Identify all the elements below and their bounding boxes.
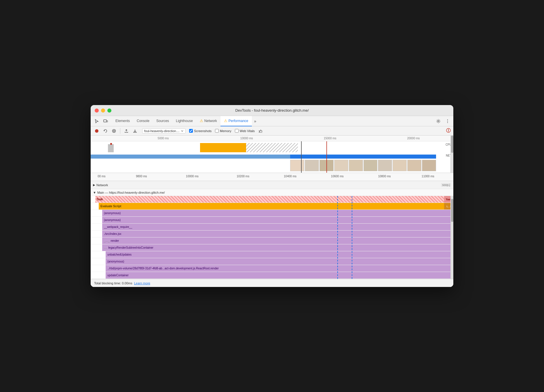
- screenshots-strip: [290, 160, 436, 172]
- clear-recording-button[interactable]: [110, 127, 118, 135]
- flame-row-anon2[interactable]: (anonymous): [91, 217, 453, 224]
- ruler-tick-5000: 5000 ms: [158, 137, 169, 140]
- svg-point-4: [447, 121, 448, 121]
- ruler-tick-15000: 15000 ms: [324, 137, 336, 140]
- traffic-lights: [95, 109, 111, 113]
- upload-button[interactable]: [123, 127, 130, 135]
- svg-rect-12: [108, 144, 114, 152]
- flame-row-task[interactable]: Task Task: [91, 196, 453, 203]
- screenshots-checkbox[interactable]: [189, 129, 193, 133]
- zoom-tick-10800: 10800 ms: [378, 175, 391, 178]
- url-dropdown[interactable]: foul-heavenly-direction....: [142, 128, 186, 134]
- flame-row-rbd[interactable]: ../rbd/pnpm-volume/28d7f85f-31d7-4fd8-ab…: [91, 265, 453, 272]
- anon1-bar[interactable]: (anonymous): [102, 210, 450, 216]
- maximize-button[interactable]: [107, 109, 111, 113]
- svg-point-6: [95, 129, 98, 133]
- scrollbar-thumb[interactable]: [451, 136, 453, 153]
- performance-warn-icon: ⚠: [224, 119, 227, 123]
- svg-point-3: [447, 119, 448, 120]
- flame-row-webpack[interactable]: __webpack_require__: [91, 224, 453, 231]
- main-thread-header[interactable]: ▼ Main — https://foul-heavenly-direction…: [91, 189, 453, 196]
- tab-performance[interactable]: ⚠ Performance: [220, 116, 252, 126]
- flame-row-anon1[interactable]: (anonymous): [91, 210, 453, 217]
- more-tabs-button[interactable]: »: [252, 119, 259, 123]
- svg-rect-15: [246, 143, 298, 152]
- unbatched-bar[interactable]: unbatchedUpdates: [106, 251, 450, 258]
- window-title: DevTools - foul-heavenly-direction.glitc…: [235, 108, 309, 113]
- flame-row-update-container[interactable]: updateContainer: [91, 272, 453, 279]
- reload-record-button[interactable]: [102, 127, 109, 135]
- clear-button[interactable]: [257, 128, 263, 134]
- close-button[interactable]: [95, 109, 99, 113]
- anon2-bar[interactable]: (anonymous): [102, 217, 450, 223]
- more-options-icon[interactable]: [444, 117, 452, 125]
- screenshots-checkbox-label[interactable]: Screenshots: [189, 129, 212, 133]
- svg-rect-14: [200, 143, 246, 152]
- learn-more-link[interactable]: Learn more: [134, 281, 150, 285]
- net-bar-extended: [290, 155, 436, 159]
- blocking-time-text: Total blocking time: 0.00ms: [94, 281, 132, 285]
- flame-scrollbar[interactable]: [450, 196, 453, 279]
- settings-alert-icon[interactable]: [446, 128, 451, 134]
- timeline-overview[interactable]: 5000 ms 10000 ms 15000 ms 20000 ms CPU N…: [91, 136, 453, 173]
- flame-row-anon3[interactable]: (anonymous): [91, 258, 453, 265]
- timeline-scrollbar[interactable]: [450, 136, 453, 173]
- eval-script-bar[interactable]: Evaluate Script: [99, 203, 444, 210]
- render-label-bar[interactable]: _..._ render: [102, 237, 450, 244]
- rbd-bar[interactable]: ../rbd/pnpm-volume/28d7f85f-31d7-4fd8-ab…: [106, 265, 450, 272]
- anon3-bar[interactable]: (anonymous): [106, 258, 450, 265]
- zoom-tick-10000: 10000 ms: [186, 175, 199, 178]
- download-button[interactable]: [131, 127, 139, 135]
- flame-row-src-index[interactable]: ./src/index.jsx: [91, 231, 453, 237]
- cursor-icon[interactable]: [92, 117, 100, 125]
- cursor-line: [301, 141, 302, 173]
- device-toggle-icon[interactable]: [102, 117, 110, 125]
- timeline-ruler: 5000 ms 10000 ms 15000 ms 20000 ms: [91, 136, 453, 141]
- tab-bar: Elements Console Sources Lighthouse ⚠ Ne…: [91, 116, 453, 126]
- performance-toolbar: foul-heavenly-direction.... Screenshots …: [91, 126, 453, 136]
- network-warn-icon: ⚠: [200, 119, 203, 123]
- flame-chart: Task Task Evaluate Script L...t (anonymo…: [91, 196, 453, 279]
- settings-gear-icon[interactable]: [434, 117, 442, 125]
- ruler-tick-20000: 20000 ms: [407, 137, 420, 140]
- network-track-suffix: soop.j: [441, 183, 451, 187]
- flame-row-eval[interactable]: Evaluate Script L...t: [91, 203, 453, 210]
- memory-checkbox[interactable]: [215, 129, 219, 133]
- web-vitals-checkbox-label[interactable]: Web Vitals: [235, 129, 255, 133]
- network-collapse-icon: ▶: [93, 183, 95, 187]
- zoom-tick-11000: 11000 ms: [422, 175, 434, 178]
- url-text: foul-heavenly-direction....: [144, 129, 180, 133]
- webpack-bar[interactable]: __webpack_require__: [102, 224, 450, 230]
- flame-row-render-label[interactable]: _..._ render: [91, 237, 453, 244]
- zoom-tick-10600: 10600 ms: [331, 175, 344, 178]
- zoom-ruler: 00 ms 9800 ms 10000 ms 10200 ms 10400 ms…: [91, 173, 453, 181]
- main-collapse-icon: ▼: [93, 191, 96, 194]
- tab-console[interactable]: Console: [133, 116, 153, 126]
- src-index-bar[interactable]: ./src/index.jsx: [102, 231, 450, 237]
- update-container-bar[interactable]: updateContainer: [106, 272, 450, 279]
- record-button[interactable]: [93, 127, 100, 135]
- tab-sources[interactable]: Sources: [153, 116, 172, 126]
- memory-checkbox-label[interactable]: Memory: [215, 129, 231, 133]
- nav-icons: [92, 117, 110, 125]
- tab-lighthouse[interactable]: Lighthouse: [172, 116, 196, 126]
- task-bar-main[interactable]: Task: [95, 196, 444, 203]
- svg-point-5: [447, 122, 448, 123]
- title-bar: DevTools - foul-heavenly-direction.glitc…: [91, 105, 453, 116]
- flame-row-legacy[interactable]: .... legacyRenderSubtreeIntoContainer: [91, 244, 453, 251]
- flame-row-unbatched[interactable]: unbatchedUpdates: [91, 251, 453, 258]
- svg-point-2: [438, 120, 439, 122]
- web-vitals-checkbox[interactable]: [235, 129, 239, 133]
- checkbox-group: Screenshots Memory Web Vitals: [189, 129, 255, 133]
- svg-marker-7: [104, 130, 105, 131]
- legacy-bar[interactable]: .... legacyRenderSubtreeIntoContainer: [102, 244, 450, 251]
- network-track-header[interactable]: ▶ Network soop.j: [91, 181, 453, 189]
- status-bar: Total blocking time: 0.00ms Learn more: [91, 279, 453, 287]
- tab-network[interactable]: ⚠ Network: [196, 116, 220, 126]
- tab-elements[interactable]: Elements: [112, 116, 133, 126]
- flame-scrollbar-thumb[interactable]: [451, 199, 453, 222]
- minimize-button[interactable]: [101, 109, 105, 113]
- zoom-tick-9800: 9800 ms: [136, 175, 147, 178]
- devtools-panel: Elements Console Sources Lighthouse ⚠ Ne…: [91, 116, 453, 287]
- main-thread-label: Main — https://foul-heavenly-direction.g…: [97, 191, 165, 194]
